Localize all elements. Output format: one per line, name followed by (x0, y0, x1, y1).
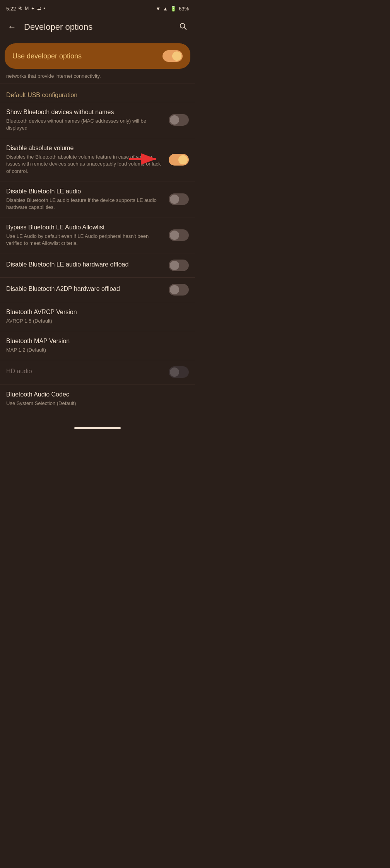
toggle-disable-le-audio[interactable] (169, 193, 189, 205)
status-icon-dot: • (43, 6, 45, 11)
setting-title-avrcp-version: Bluetooth AVRCP Version (6, 308, 183, 316)
setting-title-disable-le-audio: Disable Bluetooth LE audio (6, 188, 162, 196)
status-left: 5:22 ⑥ M ✦ ⇄ • (6, 6, 45, 12)
toggle-disable-a2dp[interactable] (169, 284, 189, 296)
setting-item-avrcp-version[interactable]: Bluetooth AVRCP Version AVRCP 1.5 (Defau… (0, 302, 195, 331)
status-icon-m: M (25, 6, 29, 11)
status-icon-circle: ⑥ (18, 6, 22, 11)
setting-title-disable-absolute-volume: Disable absolute volume (6, 144, 162, 152)
home-bar (74, 427, 121, 429)
home-indicator-container (0, 421, 195, 435)
battery-percent: 63% (179, 6, 189, 12)
setting-item-disable-le-offload[interactable]: Disable Bluetooth LE audio hardware offl… (0, 253, 195, 277)
wifi-icon: ▼ (156, 6, 161, 12)
setting-title-disable-le-offload: Disable Bluetooth LE audio hardware offl… (6, 261, 162, 269)
setting-content-map-version: Bluetooth MAP Version MAP 1.2 (Default) (6, 337, 183, 354)
setting-item-map-version[interactable]: Bluetooth MAP Version MAP 1.2 (Default) (0, 331, 195, 360)
setting-item-bypass-le-audio[interactable]: Bypass Bluetooth LE Audio Allowlist Use … (0, 217, 195, 253)
setting-content-disable-absolute-volume: Disable absolute volume Disables the Blu… (6, 144, 162, 174)
search-button[interactable] (177, 21, 189, 34)
toggle-show-bluetooth[interactable] (169, 114, 189, 126)
setting-content-show-bluetooth: Show Bluetooth devices without names Blu… (6, 108, 162, 132)
setting-content-hd-audio: HD audio (6, 367, 162, 377)
page-title: Developer options (24, 22, 177, 32)
toggle-disable-absolute-volume[interactable] (169, 154, 189, 166)
back-button[interactable]: ← (6, 21, 18, 34)
setting-item-disable-absolute-volume[interactable]: Disable absolute volume Disables the Blu… (0, 138, 195, 181)
battery-icon: 🔋 (170, 6, 176, 12)
setting-desc-avrcp-version: AVRCP 1.5 (Default) (6, 318, 183, 325)
status-right: ▼ ▲ 🔋 63% (156, 6, 189, 12)
setting-title-show-bluetooth: Show Bluetooth devices without names (6, 108, 162, 116)
toggle-bypass-le-audio[interactable] (169, 229, 189, 241)
setting-item-show-bluetooth[interactable]: Show Bluetooth devices without names Blu… (0, 102, 195, 138)
status-icon-sync: ⇄ (37, 6, 41, 11)
setting-title-disable-a2dp: Disable Bluetooth A2DP hardware offload (6, 285, 162, 293)
signal-icon: ▲ (163, 6, 168, 12)
setting-title-bypass-le-audio: Bypass Bluetooth LE Audio Allowlist (6, 224, 162, 232)
setting-content-bypass-le-audio: Bypass Bluetooth LE Audio Allowlist Use … (6, 224, 162, 247)
setting-content-avrcp-version: Bluetooth AVRCP Version AVRCP 1.5 (Defau… (6, 308, 183, 325)
status-time: 5:22 (6, 6, 16, 12)
setting-title-map-version: Bluetooth MAP Version (6, 337, 183, 345)
toggle-hd-audio (169, 366, 189, 378)
top-bar: ← Developer options (0, 15, 195, 39)
setting-item-disable-le-audio[interactable]: Disable Bluetooth LE audio Disables Blue… (0, 181, 195, 217)
subtitle-text: networks that provide internet connectiv… (0, 69, 195, 84)
setting-desc-bypass-le-audio: Use LE Audio by default even if LE Audio… (6, 233, 162, 247)
setting-item-hd-audio: HD audio (0, 360, 195, 384)
status-icon-compass: ✦ (31, 6, 35, 11)
setting-content-disable-le-offload: Disable Bluetooth LE audio hardware offl… (6, 261, 162, 270)
setting-item-disable-a2dp[interactable]: Disable Bluetooth A2DP hardware offload (0, 278, 195, 302)
setting-desc-disable-le-audio: Disables Bluetooth LE audio feature if t… (6, 197, 162, 211)
setting-title-hd-audio: HD audio (6, 367, 162, 376)
section-header-usb: Default USB configuration (0, 84, 195, 102)
dev-options-toggle[interactable] (162, 50, 183, 62)
setting-desc-bluetooth-codec: Use System Selection (Default) (6, 400, 183, 407)
dev-options-banner[interactable]: Use developer options (5, 43, 190, 69)
setting-title-bluetooth-codec: Bluetooth Audio Codec (6, 391, 183, 399)
toggle-disable-le-offload[interactable] (169, 260, 189, 271)
status-bar: 5:22 ⑥ M ✦ ⇄ • ▼ ▲ 🔋 63% (0, 0, 195, 15)
setting-desc-disable-absolute-volume: Disables the Bluetooth absolute volume f… (6, 154, 162, 175)
svg-line-1 (184, 27, 186, 29)
setting-desc-show-bluetooth: Bluetooth devices without names (MAC add… (6, 118, 162, 132)
setting-desc-map-version: MAP 1.2 (Default) (6, 347, 183, 354)
setting-content-bluetooth-codec: Bluetooth Audio Codec Use System Selecti… (6, 391, 183, 407)
dev-options-label: Use developer options (12, 52, 82, 60)
setting-content-disable-le-audio: Disable Bluetooth LE audio Disables Blue… (6, 188, 162, 211)
setting-item-bluetooth-codec[interactable]: Bluetooth Audio Codec Use System Selecti… (0, 384, 195, 413)
setting-content-disable-a2dp: Disable Bluetooth A2DP hardware offload (6, 285, 162, 294)
